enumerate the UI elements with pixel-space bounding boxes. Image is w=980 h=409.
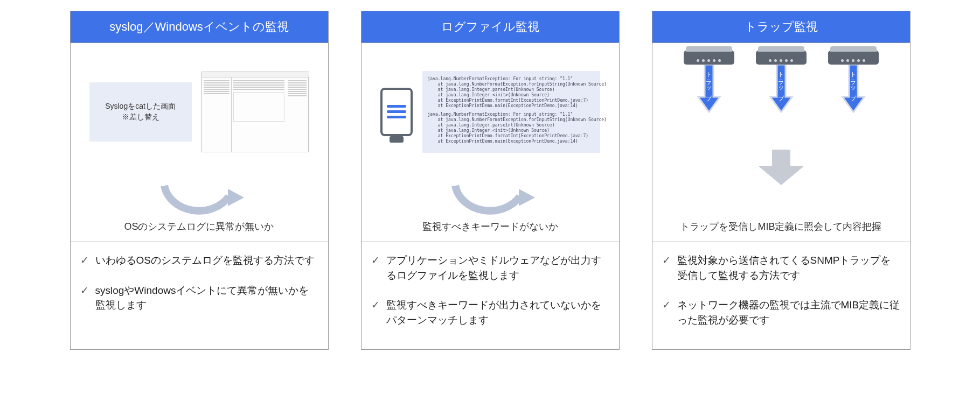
placeholder-text-2: ※差し替え bbox=[122, 112, 159, 123]
windows-event-viewer-thumbnail bbox=[201, 72, 309, 152]
placeholder-text-1: Syslogをcatした画面 bbox=[105, 101, 176, 112]
check-icon: ✓ bbox=[662, 298, 671, 313]
bullet-item: ✓ いわゆるOSのシステムログを監視する方法です bbox=[80, 253, 318, 268]
log-output-box: java.lang.NumberFormatException: For inp… bbox=[422, 71, 600, 153]
svg-marker-0 bbox=[228, 189, 244, 206]
svg-marker-8 bbox=[758, 150, 804, 185]
card-summary: OSのシステムログに異常が無いか bbox=[124, 220, 274, 233]
card-logfile: ログファイル監視 java.lang.NumberFormatException… bbox=[361, 11, 620, 350]
check-icon: ✓ bbox=[80, 283, 89, 298]
bullet-text: ネットワーク機器の監視では主流でMIB定義に従った監視が必要です bbox=[677, 298, 900, 327]
big-down-arrow-icon bbox=[758, 150, 804, 185]
svg-marker-1 bbox=[519, 189, 535, 206]
bullet-item: ✓ 監視対象から送信されてくるSNMPトラップを受信して監視する方法です bbox=[662, 253, 900, 283]
card-title: トラップ監視 bbox=[652, 11, 910, 43]
check-icon: ✓ bbox=[371, 298, 380, 313]
check-icon: ✓ bbox=[662, 253, 671, 268]
trap-arrow: トラップ bbox=[768, 65, 795, 113]
bullet-item: ✓ アプリケーションやミドルウェアなどが出力するログファイルを監視します bbox=[371, 253, 609, 283]
card-summary: トラップを受信しMIB定義に照会して内容把握 bbox=[680, 220, 881, 233]
bullet-item: ✓ 監視すべきキーワードが出力されていないかをパターンマッチします bbox=[371, 298, 609, 327]
server-device-icon bbox=[380, 88, 413, 136]
log-block-1: java.lang.NumberFormatException: For inp… bbox=[428, 76, 595, 109]
card-title: ログファイル監視 bbox=[362, 11, 619, 43]
syslog-placeholder: Syslogをcatした画面 ※差し替え bbox=[89, 82, 192, 142]
illustration-row: Syslogをcatした画面 ※差し替え bbox=[76, 52, 323, 172]
network-device: トラップ bbox=[828, 51, 879, 113]
trap-label: トラップ bbox=[777, 68, 785, 97]
log-block-2: java.lang.NumberFormatException: For inp… bbox=[428, 112, 595, 144]
bullet-text: 監視すべきキーワードが出力されていないかをパターンマッチします bbox=[386, 298, 609, 327]
card-trap: トラップ監視 トラップ bbox=[652, 11, 911, 350]
card-footer: ✓ アプリケーションやミドルウェアなどが出力するログファイルを監視します ✓ 監… bbox=[362, 242, 619, 349]
bullet-item: ✓ ネットワーク機器の監視では主流でMIB定義に従った監視が必要です bbox=[662, 298, 900, 327]
bullet-text: syslogやWindowsイベントにて異常が無いかを監視します bbox=[95, 283, 318, 313]
network-devices-row: トラップ トラップ bbox=[684, 51, 879, 113]
card-footer: ✓ 監視対象から送信されてくるSNMPトラップを受信して監視する方法です ✓ ネ… bbox=[652, 242, 910, 349]
network-device: トラップ bbox=[756, 51, 807, 113]
cards-container: syslog／Windowsイベントの監視 Syslogをcatした画面 ※差し… bbox=[6, 11, 974, 350]
trap-arrow: トラップ bbox=[840, 65, 867, 113]
card-body: java.lang.NumberFormatException: For inp… bbox=[362, 43, 619, 242]
bullet-text: アプリケーションやミドルウェアなどが出力するログファイルを監視します bbox=[386, 253, 609, 283]
network-device: トラップ bbox=[684, 51, 734, 113]
router-icon bbox=[828, 51, 879, 65]
trap-label: トラップ bbox=[849, 68, 857, 97]
illustration-row: java.lang.NumberFormatException: For inp… bbox=[367, 52, 614, 172]
card-title: syslog／Windowsイベントの監視 bbox=[71, 11, 328, 43]
card-body: トラップ トラップ bbox=[652, 43, 910, 242]
bullet-item: ✓ syslogやWindowsイベントにて異常が無いかを監視します bbox=[80, 283, 318, 313]
card-body: Syslogをcatした画面 ※差し替え bbox=[71, 43, 328, 242]
curved-arrow-icon bbox=[444, 175, 536, 218]
bullet-text: いわゆるOSのシステムログを監視する方法です bbox=[95, 253, 315, 268]
card-summary: 監視すべきキーワードがないか bbox=[422, 220, 558, 233]
check-icon: ✓ bbox=[371, 253, 380, 268]
bullet-text: 監視対象から送信されてくるSNMPトラップを受信して監視する方法です bbox=[677, 253, 900, 283]
curved-arrow-icon bbox=[154, 175, 245, 218]
check-icon: ✓ bbox=[80, 253, 89, 268]
router-icon bbox=[684, 51, 734, 65]
card-footer: ✓ いわゆるOSのシステムログを監視する方法です ✓ syslogやWindow… bbox=[71, 242, 328, 349]
router-icon bbox=[756, 51, 807, 65]
trap-arrow: トラップ bbox=[696, 65, 722, 113]
card-syslog: syslog／Windowsイベントの監視 Syslogをcatした画面 ※差し… bbox=[70, 11, 329, 350]
trap-label: トラップ bbox=[705, 68, 713, 97]
